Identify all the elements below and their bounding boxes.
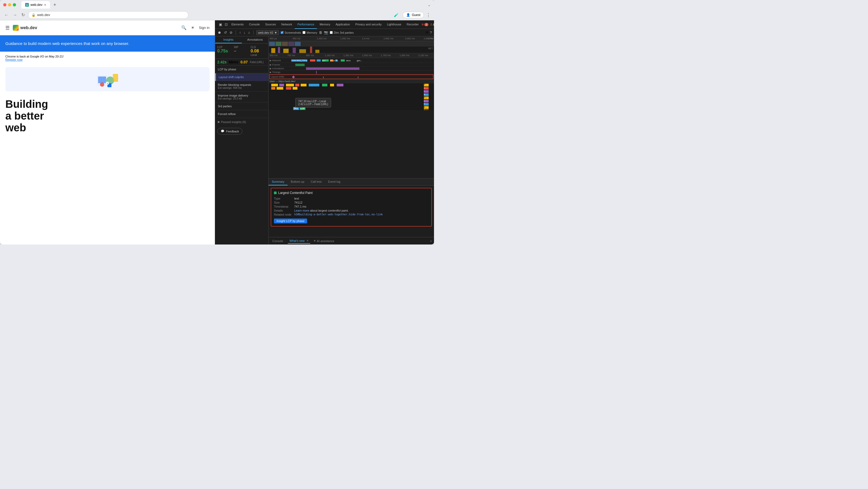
summary-tab-eventlog[interactable]: Event log (325, 178, 344, 185)
screenshot-thumb[interactable] (282, 42, 288, 46)
dropdown-icon[interactable]: ⌄ (428, 3, 431, 7)
clear-icon[interactable]: ⊘ (229, 30, 233, 35)
home-icon[interactable]: ⌂ (247, 30, 251, 35)
summary-tab-summary[interactable]: Summary (269, 178, 287, 185)
net-ruler-7: 1,792 ms (381, 54, 391, 57)
lcp-tooltip-local: 747.10 ms LCP – Local (298, 100, 328, 103)
triangle-anim[interactable]: ▶ (270, 67, 272, 70)
ruler-area-net: 592 ms 792 ms 992 ms 1,192 ms 1,392 ms 1… (269, 53, 434, 58)
screenshot-icon[interactable]: 📷 (324, 30, 328, 34)
insight-render-blocking[interactable]: Render blocking requests Est savings: 40… (215, 81, 268, 92)
tab-sources[interactable]: Sources (262, 20, 278, 29)
insight-lcp-by-phase[interactable]: LCP by phase (215, 65, 268, 73)
record-icon[interactable]: ⏺ (217, 30, 222, 35)
dim-3rd-toggle[interactable]: Dim 3rd parties (330, 31, 354, 34)
forward-button[interactable]: → (12, 11, 18, 19)
theme-icon[interactable]: ☀ (191, 25, 194, 30)
bottom-close-button[interactable]: × (430, 239, 432, 242)
upload-icon[interactable]: ↑ (239, 30, 242, 35)
insight-3rd-parties[interactable]: 3rd parties (215, 103, 268, 110)
feedback-button[interactable]: 💬 Feedback (217, 128, 242, 135)
screenshots-checkbox[interactable] (281, 31, 283, 34)
triangle-frames[interactable]: ▶ (270, 63, 272, 66)
tab-close-button[interactable]: × (44, 3, 46, 7)
tab-console[interactable]: Console (246, 20, 262, 29)
summary-tab-bottomup[interactable]: Bottom-up (287, 178, 308, 185)
main-thread-label: Main — https://web.dev/ (269, 80, 322, 83)
register-link[interactable]: Register now (5, 58, 23, 61)
help-icon[interactable]: ? (430, 30, 432, 34)
lcp-node-val: h3#building-a-better-web-together.hide-f… (294, 213, 383, 216)
dim-3rd-checkbox[interactable] (330, 31, 333, 34)
guest-button[interactable]: 👤 Guest (403, 12, 424, 18)
ruler-tick-4: 1,992 ms (340, 37, 350, 40)
session-selector[interactable]: web.dev #2 ▼ (256, 30, 279, 35)
garbage-icon[interactable]: 🗑 (319, 30, 322, 34)
active-tab[interactable]: w web.dev × (21, 1, 50, 8)
extensions-icon[interactable]: 🧪 (394, 13, 399, 17)
feedback-icon: 💬 (221, 130, 224, 133)
cls-field-val: 0.07 (241, 60, 248, 64)
memory-checkbox[interactable] (303, 31, 306, 34)
tab-lighthouse[interactable]: Lighthouse (384, 20, 404, 29)
cpu-label: CPU (428, 37, 433, 40)
close-button[interactable] (3, 3, 6, 6)
screenshot-thumb[interactable] (276, 42, 281, 46)
hamburger-menu[interactable]: ☰ (5, 25, 10, 31)
tab-annotations[interactable]: Annotations (242, 36, 269, 44)
devtools-panel-toggle[interactable]: ▣ (217, 23, 224, 27)
screenshot-thumb[interactable] (295, 42, 301, 46)
lcp-type-key: Type (274, 197, 292, 200)
bottom-tab-console[interactable]: Console (271, 239, 285, 243)
memory-toggle[interactable]: Memory (303, 31, 317, 34)
refresh-button[interactable]: ↻ (20, 11, 26, 19)
screenshots-toggle[interactable]: Screenshots (281, 31, 301, 34)
tab-recorder[interactable]: Recorder (404, 20, 422, 29)
bottom-tab-ai[interactable]: ✦ AI assistance (313, 239, 334, 242)
back-button[interactable]: ← (3, 11, 10, 19)
chrome-menu-button[interactable]: ⋮ (426, 12, 431, 18)
network-label: ▶ Network (269, 59, 290, 62)
whatsnew-label: What's new (289, 239, 305, 242)
tab-privacy[interactable]: Privacy and security (352, 20, 384, 29)
address-input[interactable]: 🔒 web.dev (28, 11, 188, 19)
layout-shift-line (323, 77, 323, 78)
tab-elements[interactable]: Elements (229, 20, 246, 29)
insight-forced-reflow[interactable]: Forced reflow (215, 110, 268, 118)
download-icon[interactable]: ↓ (243, 30, 246, 35)
lcp-timestamp-row: Timestamp 747.1 ms (274, 205, 429, 208)
net-ruler-1: 592 ms (270, 54, 278, 57)
timings-text: Timings (272, 71, 280, 74)
lcp-insight-button[interactable]: Insight LCP by phase (274, 219, 307, 223)
tab-performance[interactable]: Performance (295, 20, 317, 29)
net-label-re: ne (w re... (330, 59, 340, 62)
insight-improve-image[interactable]: Improve image delivery Est savings: 25.0… (215, 92, 268, 103)
tab-network[interactable]: Network (279, 20, 295, 29)
settings-perf-icon[interactable]: ⚙ (426, 31, 428, 34)
screenshot-thumb[interactable] (269, 42, 275, 46)
render-blocking-label: Render blocking requests (218, 83, 251, 86)
new-tab-button[interactable]: + (51, 1, 59, 8)
illustration-area: ✓ (0, 64, 215, 94)
insight-layout-shift-culprits[interactable]: Layout shift culprits (215, 73, 268, 81)
lcp-learn-more[interactable]: Learn more (294, 209, 309, 212)
signin-button[interactable]: Sign in (199, 26, 210, 30)
tab-insights[interactable]: Insights (215, 36, 242, 44)
tab-application[interactable]: Application (333, 20, 353, 29)
responsive-icon[interactable]: ⊡ (224, 23, 229, 27)
whatsnew-close[interactable]: × (307, 239, 309, 242)
triangle-timings[interactable]: ▶ (270, 71, 272, 74)
reload-record-icon[interactable]: ↺ (223, 30, 227, 35)
triangle-icon[interactable]: ▶ (270, 59, 272, 62)
summary-tab-calltree[interactable]: Call tree (308, 178, 325, 185)
tab-memory[interactable]: Memory (317, 20, 333, 29)
screenshot-thumb[interactable] (288, 42, 294, 46)
minimize-button[interactable] (8, 3, 11, 6)
animations-label: ▶ Animations (269, 67, 290, 70)
bottom-tab-whatsnew[interactable]: What's new × (288, 238, 310, 244)
illustration-svg: ✓ (94, 70, 121, 89)
passed-insights[interactable]: ▶ Passed insights (6) (215, 118, 268, 126)
search-icon[interactable]: 🔍 (181, 25, 187, 30)
maximize-button[interactable] (13, 3, 16, 6)
net-label: NET (428, 47, 433, 50)
